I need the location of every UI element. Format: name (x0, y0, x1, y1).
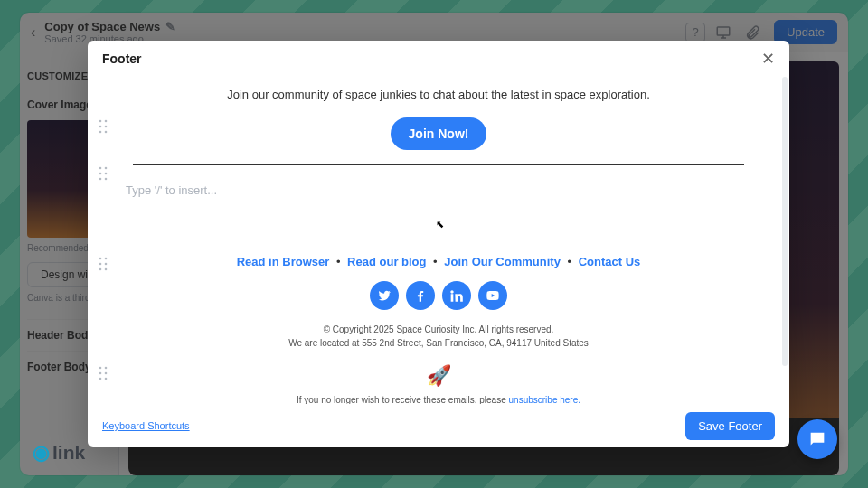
link-blog[interactable]: Read our blog (347, 255, 426, 268)
drag-handle-icon[interactable] (99, 119, 108, 134)
svg-point-19 (99, 367, 102, 370)
divider-block (124, 164, 753, 165)
svg-point-23 (99, 378, 102, 380)
unsubscribe-link[interactable]: unsubscribe here. (509, 395, 581, 404)
unsubscribe-text: If you no longer wish to receive these e… (124, 395, 753, 404)
svg-point-7 (99, 167, 102, 170)
linkedin-icon[interactable] (442, 281, 471, 310)
close-icon[interactable]: ✕ (761, 49, 775, 69)
svg-point-20 (105, 367, 108, 370)
drag-handle-icon[interactable] (99, 257, 108, 271)
svg-point-17 (99, 268, 102, 271)
intro-text: Join our community of space junkies to c… (124, 88, 753, 101)
rocket-icon: 🚀 (124, 364, 753, 388)
empty-block[interactable]: Type '/' to insert... (124, 180, 753, 201)
join-block: Join Now! (124, 117, 753, 150)
modal-header: Footer ✕ (88, 41, 789, 77)
link-contact[interactable]: Contact Us (579, 255, 641, 268)
svg-point-8 (105, 167, 108, 170)
svg-point-2 (105, 120, 108, 123)
join-button[interactable]: Join Now! (391, 117, 487, 150)
svg-point-9 (99, 173, 102, 175)
brand-logo: ◉link (33, 441, 85, 465)
svg-point-3 (99, 126, 102, 128)
svg-point-22 (105, 372, 108, 375)
svg-point-1 (99, 120, 102, 123)
unsub-block: 🚀 If you no longer wish to receive these… (124, 364, 753, 404)
svg-point-11 (99, 178, 102, 181)
copyright: © Copyright 2025 Space Curiosity Inc. Al… (124, 323, 753, 350)
link-community[interactable]: Join Our Community (444, 255, 561, 268)
chat-fab[interactable] (797, 419, 837, 459)
svg-point-15 (99, 263, 102, 266)
modal-footer: Keyboard Shortcuts Save Footer (88, 404, 789, 447)
svg-point-10 (105, 173, 108, 175)
svg-point-21 (99, 372, 102, 375)
svg-point-13 (99, 258, 102, 260)
link-browser[interactable]: Read in Browser (237, 255, 330, 268)
svg-point-14 (105, 258, 108, 260)
svg-point-24 (105, 378, 108, 380)
drag-handle-icon[interactable] (99, 166, 108, 181)
svg-point-6 (105, 131, 108, 134)
insert-placeholder: Type '/' to insert... (124, 180, 753, 201)
svg-point-16 (105, 263, 108, 266)
svg-point-18 (105, 268, 108, 271)
svg-point-4 (105, 126, 108, 128)
save-footer-button[interactable]: Save Footer (685, 412, 775, 440)
links-block: Read in Browser • Read our blog • Join O… (124, 255, 753, 350)
svg-point-5 (99, 131, 102, 134)
drag-handle-icon[interactable] (99, 366, 108, 380)
svg-point-12 (105, 178, 108, 181)
modal-title: Footer (102, 52, 142, 66)
social-row (124, 281, 753, 310)
keyboard-shortcuts-link[interactable]: Keyboard Shortcuts (102, 420, 190, 431)
twitter-icon[interactable] (370, 281, 399, 310)
facebook-icon[interactable] (406, 281, 435, 310)
footer-modal: Footer ✕ Join our community of space jun… (88, 41, 789, 447)
youtube-icon[interactable] (478, 281, 507, 310)
modal-body: Join our community of space junkies to c… (88, 77, 789, 404)
scrollbar[interactable] (782, 77, 788, 366)
